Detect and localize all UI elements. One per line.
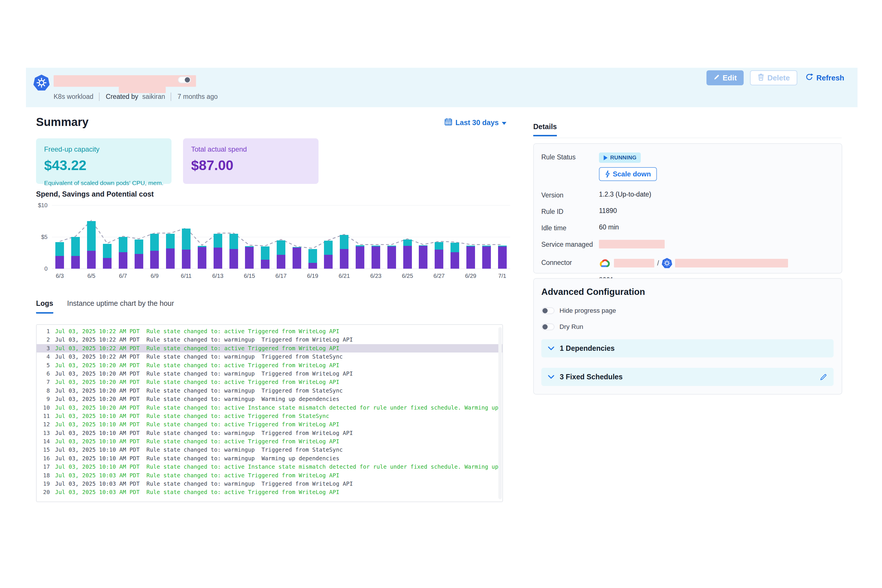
bar-spend[interactable] — [356, 246, 364, 268]
bar-savings[interactable] — [198, 246, 206, 247]
bar-spend[interactable] — [324, 255, 333, 268]
log-scrollbar[interactable] — [498, 327, 502, 499]
log-message: Jul 03, 2025 10:10 AM PDT Rule state cha… — [55, 463, 498, 471]
bar-spend[interactable] — [261, 260, 270, 268]
bar-spend[interactable] — [498, 246, 507, 268]
bar-spend[interactable] — [198, 247, 206, 268]
bar-spend[interactable] — [182, 250, 190, 268]
bar-spend[interactable] — [245, 247, 254, 268]
log-row[interactable]: 14Jul 03, 2025 10:10 AM PDT Rule state c… — [37, 437, 502, 446]
bar-spend[interactable] — [119, 252, 128, 268]
bar-savings[interactable] — [324, 241, 333, 255]
scale-down-button[interactable]: Scale down — [599, 167, 657, 181]
bar-savings[interactable] — [87, 221, 96, 251]
bar-savings[interactable] — [214, 234, 222, 248]
pencil-icon — [713, 74, 720, 82]
edit-schedules-icon[interactable] — [820, 373, 827, 381]
log-row[interactable]: 5Jul 03, 2025 10:20 AM PDT Rule state ch… — [37, 361, 502, 369]
log-row[interactable]: 10Jul 03, 2025 10:20 AM PDT Rule state c… — [37, 404, 502, 412]
x-axis-tick: 6/25 — [396, 273, 419, 279]
bar-savings[interactable] — [292, 247, 301, 248]
workload-power-toggle[interactable] — [178, 76, 191, 83]
freed-up-capacity-card: Freed-up capacity $43.22 Equivalent of s… — [36, 138, 171, 184]
log-row[interactable]: 7Jul 03, 2025 10:20 AM PDT Rule state ch… — [37, 378, 502, 386]
log-row[interactable]: 20Jul 03, 2025 10:03 AM PDT Rule state c… — [37, 488, 502, 496]
expandable-section-3-fixed-schedules[interactable]: 3 Fixed Schedules — [541, 368, 834, 386]
log-row[interactable]: 18Jul 03, 2025 10:03 AM PDT Rule state c… — [37, 471, 502, 480]
bar-savings[interactable] — [450, 243, 459, 252]
bar-spend[interactable] — [103, 258, 111, 268]
log-row[interactable]: 4Jul 03, 2025 10:22 AM PDT Rule state ch… — [37, 352, 502, 361]
log-row[interactable]: 12Jul 03, 2025 10:10 AM PDT Rule state c… — [37, 420, 502, 429]
bar-savings[interactable] — [261, 246, 270, 260]
tab-logs[interactable]: Logs — [36, 299, 53, 314]
edit-button[interactable]: Edit — [706, 70, 744, 86]
log-row[interactable]: 6Jul 03, 2025 10:20 AM PDT Rule state ch… — [37, 369, 502, 378]
bar-savings[interactable] — [182, 229, 190, 250]
bar-savings[interactable] — [403, 240, 412, 246]
toggle-switch[interactable] — [541, 323, 555, 330]
log-viewer[interactable]: 1Jul 03, 2025 10:22 AM PDT Rule state ch… — [36, 324, 503, 502]
bar-spend[interactable] — [150, 251, 159, 268]
tab-instance-uptime[interactable]: Instance uptime chart by the hour — [67, 299, 174, 312]
bar-savings[interactable] — [103, 244, 111, 258]
delete-button[interactable]: Delete — [750, 70, 797, 86]
log-row[interactable]: 3Jul 03, 2025 10:22 AM PDT Rule state ch… — [37, 344, 502, 352]
bar-spend[interactable] — [56, 256, 64, 268]
bar-spend[interactable] — [372, 246, 380, 268]
bar-spend[interactable] — [292, 248, 301, 268]
bar-spend[interactable] — [71, 256, 80, 268]
bar-spend[interactable] — [435, 250, 443, 268]
bar-savings[interactable] — [419, 245, 428, 246]
bar-spend[interactable] — [340, 249, 348, 268]
bar-savings[interactable] — [166, 234, 175, 249]
bar-spend[interactable] — [387, 246, 396, 268]
bar-savings[interactable] — [308, 249, 317, 263]
bar-spend[interactable] — [214, 248, 222, 268]
bar-spend[interactable] — [419, 246, 428, 268]
date-range-selector[interactable]: Last 30 days — [444, 118, 506, 128]
bar-spend[interactable] — [308, 263, 317, 268]
bar-savings[interactable] — [119, 237, 128, 252]
bar-savings[interactable] — [356, 245, 364, 246]
bar-spend[interactable] — [482, 246, 491, 268]
bar-savings[interactable] — [435, 242, 443, 250]
bar-spend[interactable] — [87, 251, 96, 268]
bar-savings[interactable] — [340, 235, 348, 249]
bar-spend[interactable] — [277, 255, 285, 268]
log-row[interactable]: 9Jul 03, 2025 10:20 AM PDT Rule state ch… — [37, 395, 502, 403]
log-row[interactable]: 19Jul 03, 2025 10:03 AM PDT Rule state c… — [37, 480, 502, 488]
log-row[interactable]: 13Jul 03, 2025 10:10 AM PDT Rule state c… — [37, 429, 502, 437]
log-row[interactable]: 8Jul 03, 2025 10:20 AM PDT Rule state ch… — [37, 387, 502, 395]
created-by-user: saikiran — [142, 93, 165, 100]
bar-spend[interactable] — [466, 246, 475, 268]
bar-savings[interactable] — [56, 242, 64, 256]
bar-savings[interactable] — [277, 240, 285, 255]
refresh-button[interactable]: Refresh — [804, 70, 846, 86]
bar-spend[interactable] — [403, 246, 412, 268]
log-row[interactable]: 2Jul 03, 2025 10:22 AM PDT Rule state ch… — [37, 336, 502, 344]
log-row[interactable]: 16Jul 03, 2025 10:10 AM PDT Rule state c… — [37, 454, 502, 463]
log-row[interactable]: 15Jul 03, 2025 10:10 AM PDT Rule state c… — [37, 446, 502, 454]
log-row[interactable]: 11Jul 03, 2025 10:10 AM PDT Rule state c… — [37, 412, 502, 420]
tab-details[interactable]: Details — [533, 123, 557, 136]
log-row[interactable]: 1Jul 03, 2025 10:22 AM PDT Rule state ch… — [37, 327, 502, 336]
bar-savings[interactable] — [71, 237, 80, 256]
bar-savings[interactable] — [498, 246, 507, 246]
expandable-section-1-dependencies[interactable]: 1 Dependencies — [541, 339, 834, 357]
toggle-switch[interactable] — [541, 307, 555, 314]
bar-savings[interactable] — [372, 246, 380, 246]
bar-savings[interactable] — [482, 246, 491, 246]
bar-spend[interactable] — [230, 249, 238, 268]
created-by-label: Created by — [106, 93, 138, 100]
bar-savings[interactable] — [230, 234, 238, 249]
bar-savings[interactable] — [150, 234, 159, 251]
bar-savings[interactable] — [387, 246, 396, 246]
bar-spend[interactable] — [166, 249, 175, 268]
bar-savings[interactable] — [245, 246, 254, 247]
bar-spend[interactable] — [135, 254, 143, 268]
bar-savings[interactable] — [135, 240, 143, 254]
bar-savings[interactable] — [466, 246, 475, 246]
log-row[interactable]: 17Jul 03, 2025 10:10 AM PDT Rule state c… — [37, 463, 502, 471]
bar-spend[interactable] — [450, 252, 459, 268]
